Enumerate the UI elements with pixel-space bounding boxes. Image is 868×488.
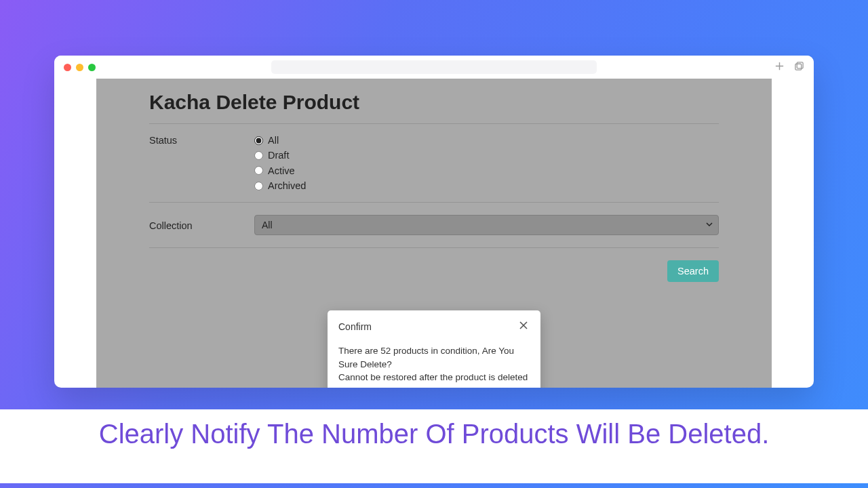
close-window-icon[interactable]: [64, 64, 71, 71]
svg-rect-2: [797, 62, 803, 68]
close-icon[interactable]: [517, 319, 530, 333]
svg-rect-3: [795, 64, 802, 70]
status-radio-archived[interactable]: Archived: [254, 179, 306, 192]
page-title: Kacha Delete Product: [149, 85, 719, 123]
modal-title: Confirm: [338, 321, 372, 332]
confirm-modal: Confirm There are 52 products in conditi…: [328, 310, 540, 388]
browser-chrome: [54, 56, 814, 79]
status-radio-draft-label: Draft: [268, 148, 289, 162]
modal-header: Confirm: [338, 319, 530, 333]
promo-caption: Clearly Notify The Number Of Products Wi…: [0, 409, 868, 483]
status-radio-all-label: All: [268, 134, 279, 147]
status-radio-archived-input[interactable]: [254, 182, 263, 190]
browser-window: Kacha Delete Product Status All Draft Ac…: [54, 56, 814, 388]
maximize-window-icon[interactable]: [88, 64, 96, 71]
collection-label: Collection: [149, 219, 254, 231]
status-radio-active-label: Active: [268, 164, 295, 178]
status-radio-all-input[interactable]: [254, 136, 263, 145]
status-radio-archived-label: Archived: [268, 179, 306, 192]
search-button[interactable]: Search: [667, 260, 719, 282]
address-bar[interactable]: [271, 60, 597, 74]
minimize-window-icon[interactable]: [76, 64, 83, 71]
collection-row: Collection All: [149, 203, 719, 247]
search-row: Search: [149, 248, 719, 282]
status-radio-group: All Draft Active Archived: [254, 134, 306, 192]
modal-body: There are 52 products in condition, Are …: [338, 344, 530, 384]
modal-message-line1: There are 52 products in condition, Are …: [338, 344, 530, 371]
status-radio-draft[interactable]: Draft: [254, 148, 306, 162]
modal-message-line2: Cannot be restored after the product is …: [338, 371, 530, 384]
status-radio-all[interactable]: All: [254, 134, 306, 147]
tabs-overview-icon[interactable]: [794, 61, 804, 74]
status-label: Status: [149, 134, 254, 192]
status-radio-active-input[interactable]: [254, 166, 263, 175]
new-tab-icon[interactable]: [774, 61, 785, 74]
status-radio-draft-input[interactable]: [254, 151, 263, 160]
window-controls: [64, 64, 96, 71]
status-row: Status All Draft Active Archived: [149, 124, 719, 202]
status-radio-active[interactable]: Active: [254, 164, 306, 178]
collection-select[interactable]: All: [254, 215, 719, 235]
